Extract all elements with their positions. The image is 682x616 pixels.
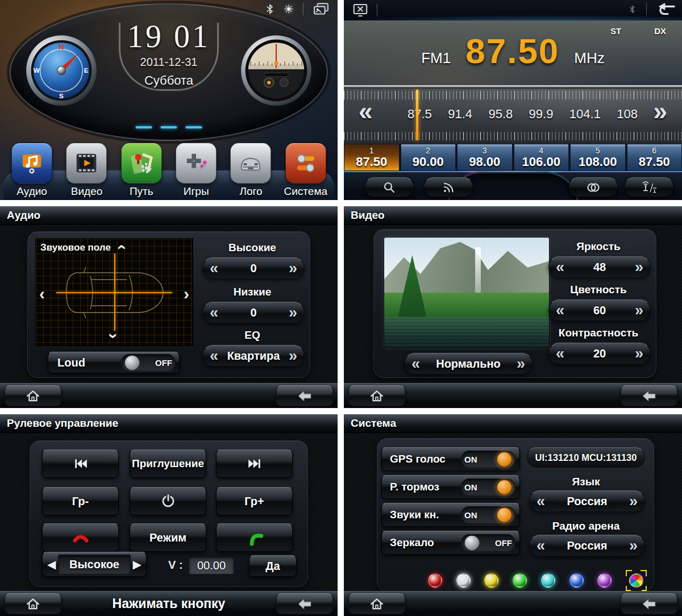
seek-down-button[interactable]: «: [359, 99, 372, 124]
scan-button[interactable]: [423, 177, 473, 197]
back-button[interactable]: [621, 593, 677, 614]
home-button[interactable]: [5, 385, 61, 406]
theme-color-red[interactable]: [428, 573, 442, 588]
brightness-spinner[interactable]: « 48 »: [548, 256, 651, 278]
back-return-icon[interactable]: [657, 2, 676, 16]
clock-date: 2011-12-31: [106, 56, 231, 69]
preset-4-button[interactable]: 4106.00: [514, 144, 569, 171]
increase-chevron-icon[interactable]: »: [635, 260, 643, 275]
next-track-button[interactable]: [216, 449, 293, 478]
tuning-scale[interactable]: 87.591.4 95.899.9 104.1108 « »: [344, 85, 682, 144]
back-button[interactable]: [276, 593, 333, 614]
contrast-spinner[interactable]: « 20 »: [548, 343, 651, 364]
decrease-chevron-icon[interactable]: «: [556, 346, 564, 361]
back-button[interactable]: [621, 385, 677, 406]
app-video[interactable]: Видео: [60, 143, 113, 198]
prev-chevron-icon[interactable]: «: [537, 538, 545, 553]
decrease-chevron-icon[interactable]: «: [210, 261, 218, 276]
stereo-mono-button[interactable]: [568, 177, 618, 197]
next-chevron-icon[interactable]: »: [629, 494, 638, 509]
wallpaper-icon[interactable]: [313, 2, 330, 16]
audio-header: Аудио: [0, 206, 338, 225]
app-navigation[interactable]: Путь: [115, 143, 168, 198]
fader-front-arrow-icon[interactable]: ‹: [114, 244, 131, 250]
parking-brake-toggle-row[interactable]: Р. тормоз ON: [381, 475, 520, 499]
level-selector[interactable]: ◀ Высокое ▶: [42, 552, 147, 577]
radio-area-spinner[interactable]: « Россия »: [529, 535, 645, 556]
increase-chevron-icon[interactable]: »: [635, 346, 643, 361]
mode-button[interactable]: Режим: [130, 523, 206, 552]
screen-off-icon[interactable]: [348, 2, 372, 18]
app-games[interactable]: Игры: [170, 143, 222, 198]
volume-up-button[interactable]: Гр+: [216, 487, 293, 515]
preset-1-button[interactable]: 187.50: [344, 144, 400, 171]
toggle[interactable]: ON: [461, 506, 515, 523]
prev-chevron-icon[interactable]: «: [210, 348, 218, 364]
theme-color-yellow[interactable]: [484, 573, 498, 588]
decrease-chevron-icon[interactable]: «: [210, 305, 218, 321]
power-button[interactable]: [130, 487, 206, 515]
loud-toggle[interactable]: OFF: [121, 354, 176, 371]
level-next-triangle-icon[interactable]: ▶: [133, 559, 142, 570]
toggle[interactable]: ON: [461, 451, 515, 468]
toggle[interactable]: OFF: [461, 534, 515, 551]
theme-color-purple[interactable]: [597, 573, 612, 588]
brightness-icon[interactable]: ☀: [284, 2, 294, 16]
fader-crosshair-v: [114, 253, 115, 331]
preset-5-button[interactable]: 5108.00: [570, 144, 626, 171]
seek-search-button[interactable]: [364, 177, 414, 197]
app-system[interactable]: Система: [280, 143, 332, 198]
confirm-button[interactable]: Да: [249, 555, 297, 577]
next-chevron-icon[interactable]: »: [629, 538, 638, 553]
mirror-toggle-row[interactable]: Зеркало OFF: [381, 531, 520, 555]
prev-chevron-icon[interactable]: «: [411, 356, 420, 372]
bass-spinner[interactable]: « 0 »: [202, 302, 305, 323]
app-logo[interactable]: Лого: [224, 143, 277, 198]
preset-3-button[interactable]: 398.00: [457, 144, 513, 171]
voltage-value-field[interactable]: 00.00: [189, 556, 234, 575]
seek-up-button[interactable]: »: [654, 99, 667, 124]
preset-6-button[interactable]: 687.50: [627, 144, 682, 171]
home-button[interactable]: [348, 593, 405, 614]
next-chevron-icon[interactable]: »: [517, 356, 525, 372]
color-spinner[interactable]: « 60 »: [548, 299, 651, 321]
eq-spinner[interactable]: « Квартира »: [202, 345, 305, 367]
balance-right-arrow-icon[interactable]: ›: [184, 285, 189, 302]
prev-chevron-icon[interactable]: «: [537, 494, 545, 509]
prev-track-button[interactable]: [42, 449, 119, 478]
next-chevron-icon[interactable]: »: [289, 348, 297, 364]
toggle[interactable]: ON: [461, 478, 515, 496]
answer-button[interactable]: [216, 523, 293, 552]
increase-chevron-icon[interactable]: »: [635, 303, 643, 318]
decrease-chevron-icon[interactable]: «: [556, 303, 564, 318]
increase-chevron-icon[interactable]: »: [289, 305, 297, 321]
home-button[interactable]: [348, 385, 405, 406]
app-audio[interactable]: Аудио: [6, 143, 58, 198]
eq-label: EQ: [200, 329, 305, 342]
home-icon: [368, 389, 385, 403]
theme-color-cyan[interactable]: [541, 573, 555, 588]
key-beep-toggle-row[interactable]: Звуки кн. ON: [381, 503, 520, 527]
gps-voice-toggle-row[interactable]: GPS голос ON: [381, 447, 520, 471]
balance-left-arrow-icon[interactable]: ‹: [39, 285, 45, 302]
fader-rear-arrow-icon[interactable]: ‹: [103, 333, 120, 339]
loud-toggle-button[interactable]: Loud OFF: [48, 352, 180, 373]
video-mode-spinner[interactable]: « Нормально »: [404, 353, 533, 374]
home-button[interactable]: [5, 593, 61, 614]
treble-spinner[interactable]: « 0 »: [202, 257, 305, 279]
back-button[interactable]: [276, 385, 333, 406]
theme-color-blue[interactable]: [569, 573, 584, 588]
hang-up-button[interactable]: [42, 523, 119, 552]
decrease-chevron-icon[interactable]: «: [556, 260, 564, 275]
theme-color-green[interactable]: [513, 573, 527, 588]
language-spinner[interactable]: « Россия »: [529, 490, 645, 512]
page-indicator-dashes: [136, 126, 202, 128]
level-prev-triangle-icon[interactable]: ◀: [47, 559, 56, 570]
volume-down-button[interactable]: Гр-: [42, 487, 119, 515]
mute-button[interactable]: Приглушение: [130, 449, 206, 478]
back-arrow-icon: [641, 597, 658, 611]
increase-chevron-icon[interactable]: »: [289, 261, 297, 276]
theme-color-white[interactable]: [456, 573, 471, 588]
preset-2-button[interactable]: 290.00: [401, 144, 456, 171]
local-dx-button[interactable]: [624, 177, 674, 197]
